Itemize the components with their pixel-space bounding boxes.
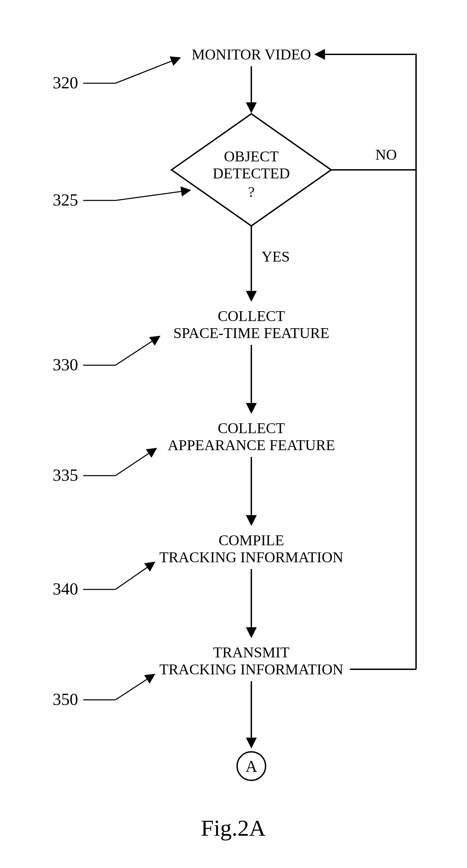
- step-transmit-line1: TRANSMIT: [213, 644, 290, 661]
- svg-line-9: [115, 448, 156, 476]
- flowchart: MONITOR VIDEO 320 OBJECT DETECTED ? 325 …: [0, 0, 467, 868]
- step-monitor-video: MONITOR VIDEO: [192, 46, 311, 63]
- step-collect-spacetime-line1: COLLECT: [218, 308, 285, 324]
- connector-a: A: [246, 757, 257, 775]
- label-no: NO: [375, 146, 397, 163]
- step-transmit-line2: TRACKING INFORMATION: [159, 661, 343, 678]
- svg-line-12: [115, 562, 155, 589]
- ref-325: 325: [53, 190, 78, 209]
- decision-line2: DETECTED: [213, 165, 290, 182]
- step-collect-spacetime-line2: SPACE-TIME FEATURE: [173, 325, 329, 341]
- edge-no: [315, 54, 416, 170]
- figure-caption: Fig.2A: [201, 815, 266, 841]
- label-yes: YES: [262, 248, 290, 265]
- decision-line3: ?: [248, 184, 255, 200]
- svg-line-6: [115, 336, 160, 365]
- step-collect-appearance-line1: COLLECT: [218, 420, 285, 437]
- ref-335: 335: [53, 465, 78, 484]
- svg-line-4: [115, 190, 190, 200]
- step-compile-line1: COMPILE: [218, 532, 284, 549]
- ref-340: 340: [53, 579, 78, 598]
- svg-line-1: [115, 58, 180, 83]
- decision-line1: OBJECT: [224, 148, 279, 165]
- svg-line-15: [115, 674, 155, 700]
- ref-350: 350: [53, 690, 78, 709]
- step-collect-appearance-line2: APPEARANCE FEATURE: [168, 437, 335, 454]
- ref-320: 320: [53, 73, 78, 92]
- step-compile-line2: TRACKING INFORMATION: [159, 549, 343, 566]
- ref-330: 330: [53, 355, 78, 374]
